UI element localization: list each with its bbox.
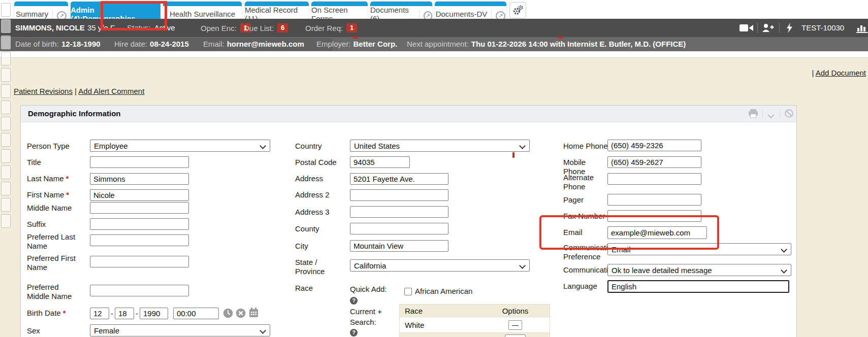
person-type-select[interactable]: Employee [90, 140, 270, 152]
clear-date-icon[interactable] [236, 308, 246, 320]
country-value: United States [354, 142, 400, 150]
pager-input[interactable] [607, 194, 701, 206]
left-rail-box [1, 36, 11, 49]
birth-year-input[interactable] [140, 308, 168, 319]
birth-time-input[interactable] [173, 308, 219, 319]
next-appointment-label: Next appointment: [407, 40, 469, 48]
address3-input[interactable] [350, 206, 448, 218]
birth-month-input[interactable] [90, 308, 109, 319]
date-dash: - [111, 309, 113, 318]
hire-date-label: Hire date: [114, 40, 147, 48]
required-asterisk: * [66, 174, 69, 183]
age-sex-text: 35 y/o F [87, 23, 115, 32]
email-item: Email: horner@mieweb.com [203, 40, 304, 48]
options-column-header: Options [481, 307, 550, 315]
race-add-label: Race [400, 335, 481, 337]
video-call-icon[interactable] [740, 24, 753, 34]
left-rail-box [1, 19, 11, 33]
city-input[interactable] [350, 240, 448, 252]
tab-documents-dv-label: Documents-DV [436, 10, 488, 18]
race-column-header: Race [400, 307, 481, 315]
middle-name-input[interactable] [90, 202, 189, 214]
help-icon[interactable]: ? [350, 297, 358, 305]
left-rail-box [1, 52, 11, 65]
patient-age-sex: 35 y/o F [87, 23, 115, 32]
county-input[interactable] [350, 223, 448, 234]
patient-info-bar: Date of birth: 12-18-1990 Hire date: 08-… [0, 37, 868, 51]
city-label: City [295, 242, 346, 251]
fax-number-input[interactable] [607, 210, 701, 222]
communication-preference-label: Communication Preference [563, 243, 609, 261]
preferred-middle-name-input[interactable] [90, 285, 189, 296]
due-list-counter[interactable]: Due List: 6 [244, 23, 288, 32]
last-name-input[interactable] [90, 173, 189, 185]
mobile-phone-input[interactable] [607, 156, 701, 168]
sex-select[interactable]: Female [90, 324, 270, 336]
first-name-input[interactable] [90, 189, 189, 201]
calendar-icon[interactable] [249, 308, 259, 320]
left-rail-box [1, 84, 11, 98]
hire-date-value: 08-24-2015 [150, 40, 189, 48]
email-input[interactable] [607, 226, 707, 239]
employer-item: Employer: Better Corp. [316, 40, 397, 48]
african-american-checkbox[interactable] [404, 288, 412, 295]
address2-input[interactable] [350, 189, 448, 201]
birth-day-input[interactable] [115, 308, 134, 319]
first-name-label: First Name* [27, 190, 93, 199]
race-row-value: White [400, 321, 481, 329]
african-american-checkbox-label: African American [415, 287, 506, 296]
patient-name[interactable]: SIMMONS, NICOLE [15, 23, 85, 32]
link-prefix: | [812, 69, 816, 77]
alternate-phone-input[interactable] [607, 173, 701, 185]
add-race-button[interactable]: Add [505, 334, 526, 337]
chart-stats-icon[interactable] [856, 23, 868, 35]
collapse-chevron-icon[interactable] [767, 112, 775, 121]
next-appointment-value: Thu 01-22-2026 14:00 with Internist E. B… [471, 40, 686, 48]
home-phone-input[interactable] [607, 140, 701, 151]
remove-race-button[interactable]: — [508, 320, 522, 330]
race-label: Race [295, 284, 346, 293]
print-icon[interactable] [748, 109, 758, 120]
order-req-badge[interactable]: 1 [346, 23, 357, 32]
disable-circle-slash-icon[interactable] [785, 109, 793, 120]
address-input[interactable] [350, 173, 448, 185]
patient-revisions-link[interactable]: Patient Revisions [14, 87, 73, 95]
demographic-information-panel: Demographic Information Person Type Empl… [20, 105, 797, 337]
state-value: California [354, 261, 386, 270]
country-select[interactable]: United States [350, 140, 530, 152]
language-input[interactable] [607, 280, 789, 293]
preferred-last-name-input[interactable] [90, 234, 189, 246]
communication-value: Ok to leave detailed message [612, 266, 712, 275]
title-label: Title [27, 158, 87, 167]
add-alert-comment-link[interactable]: Add Alert Comment [78, 87, 144, 95]
title-input[interactable] [90, 156, 189, 168]
dob-label: Date of birth: [15, 40, 59, 48]
required-asterisk: * [66, 190, 69, 199]
add-document-link[interactable]: Add Document [816, 69, 866, 77]
communication-preference-select[interactable]: Email [607, 243, 791, 255]
patient-status: Status: Active [127, 23, 175, 32]
clock-icon[interactable] [223, 308, 233, 320]
settings-button[interactable] [509, 2, 526, 18]
quick-action-lightning-icon[interactable] [786, 23, 793, 35]
communication-select[interactable]: Ok to leave detailed message [607, 264, 791, 276]
tab-bar: Summary ↗ Admin (4):Demographics Health … [0, 0, 868, 19]
order-req-label: Order Req: [305, 24, 343, 32]
race-table: Race Options White — Race Add [399, 304, 550, 337]
postal-code-input[interactable] [350, 156, 410, 168]
divider [780, 109, 780, 118]
preferred-first-name-input[interactable] [90, 256, 189, 267]
country-label: Country [295, 142, 346, 151]
left-rail-box [1, 182, 11, 195]
add-person-icon[interactable] [762, 23, 775, 35]
help-icon[interactable]: ? [350, 327, 358, 336]
status-label: Status: [127, 23, 151, 32]
order-req-counter[interactable]: Order Req: 1 [305, 23, 357, 32]
due-list-label: Due List: [244, 24, 274, 32]
state-province-select[interactable]: California [350, 259, 530, 272]
left-rail-box [1, 133, 11, 147]
sex-value: Female [94, 326, 119, 335]
due-list-badge[interactable]: 6 [277, 23, 288, 32]
suffix-input[interactable] [90, 218, 189, 230]
patient-name-text: SIMMONS, NICOLE [15, 23, 85, 32]
